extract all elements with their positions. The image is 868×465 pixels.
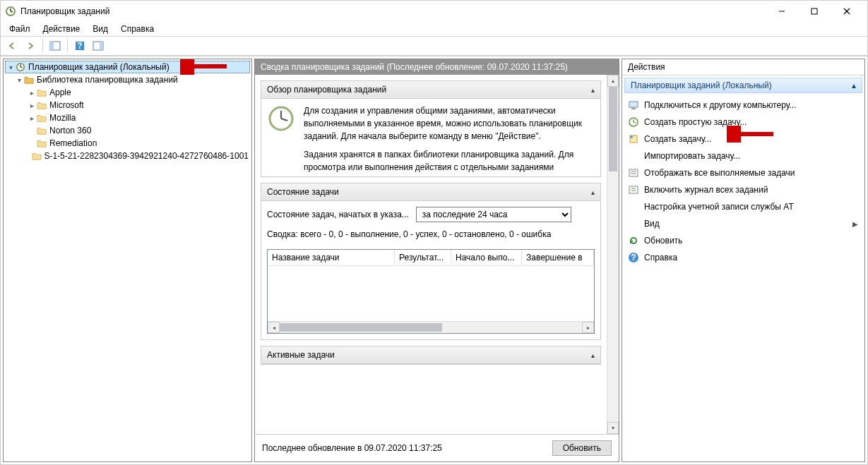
close-button[interactable]	[831, 1, 863, 22]
action-show-running[interactable]: Отображать все выполняемые задачи	[624, 164, 862, 181]
folder-icon	[36, 138, 47, 149]
chevron-up-icon: ▴	[852, 80, 856, 90]
scrollbar-thumb[interactable]	[609, 87, 617, 171]
tree-root[interactable]: ▾ Планировщик заданий (Локальный)	[5, 61, 250, 73]
tree-item[interactable]: Remediation	[5, 137, 250, 150]
expand-icon[interactable]: ▸	[28, 89, 36, 97]
task-table-body	[268, 266, 594, 321]
chevron-up-icon: ▴	[591, 351, 595, 359]
refresh-button[interactable]: Обновить	[552, 440, 612, 456]
svg-rect-30	[629, 186, 638, 193]
actions-pane: Действия Планировщик заданий (Локальный)…	[622, 59, 865, 462]
tree-library-label: Библиотека планировщика заданий	[37, 75, 178, 85]
status-title: Состояние задачи	[267, 187, 339, 197]
action-refresh[interactable]: Обновить	[624, 232, 862, 249]
main-area: ▾ Планировщик заданий (Локальный) ▾ Библ…	[1, 56, 867, 464]
active-tasks-title: Активные задачи	[267, 350, 335, 360]
action-view[interactable]: Вид▶	[624, 215, 862, 232]
tree-item[interactable]: ▸Microsoft	[5, 99, 250, 111]
back-button[interactable]	[4, 37, 20, 54]
overview-p1: Для создания и управления общими задания…	[304, 104, 595, 143]
tree-item[interactable]: Norton 360	[5, 124, 250, 137]
center-footer: Последнее обновление в 09.07.2020 11:37:…	[255, 434, 619, 461]
svg-rect-12	[100, 42, 103, 50]
action-label: Включить журнал всех заданий	[644, 185, 858, 195]
clock-icon	[15, 61, 26, 73]
library-icon	[23, 74, 35, 85]
tree-library[interactable]: ▾ Библиотека планировщика заданий	[5, 73, 250, 86]
tree-item-label: Norton 360	[49, 126, 91, 135]
svg-rect-8	[50, 42, 54, 50]
action-create-basic-task[interactable]: Создать простую задачу...	[624, 114, 862, 131]
action-label: Справка	[644, 253, 858, 262]
minimize-button[interactable]	[766, 1, 798, 22]
col-start[interactable]: Начало выпо...	[451, 250, 522, 265]
expand-icon[interactable]: ▸	[28, 102, 36, 109]
help-button[interactable]: ?	[71, 37, 88, 54]
refresh-icon	[627, 234, 640, 247]
action-import-task[interactable]: Импортировать задачу...	[624, 147, 862, 164]
toolbar-separator	[42, 39, 43, 53]
menu-help[interactable]: Справка	[115, 23, 160, 35]
folder-icon	[32, 150, 42, 162]
scroll-down-icon[interactable]: ▾	[607, 422, 619, 434]
list-icon	[627, 167, 640, 179]
expand-icon[interactable]: ▸	[28, 114, 36, 122]
expand-icon[interactable]: ▾	[6, 64, 15, 71]
scroll-up-icon[interactable]: ▴	[607, 75, 619, 87]
chevron-up-icon: ▴	[591, 188, 595, 196]
action-enable-history[interactable]: Включить журнал всех заданий	[624, 181, 862, 198]
overview-text: Для создания и управления общими задания…	[304, 104, 595, 174]
show-hide-actions-button[interactable]	[90, 37, 107, 54]
forward-button[interactable]	[22, 37, 39, 54]
blank-icon	[627, 217, 640, 230]
toolbar-separator	[67, 39, 68, 53]
action-connect-computer[interactable]: Подключиться к другому компьютеру...	[624, 97, 862, 114]
status-period-select[interactable]: за последние 24 часа	[416, 207, 571, 222]
menu-action[interactable]: Действие	[37, 23, 86, 35]
menu-file[interactable]: Файл	[4, 23, 36, 35]
title-bar: Планировщик заданий	[1, 1, 867, 22]
action-help[interactable]: ?Справка	[624, 249, 862, 266]
svg-text:?: ?	[77, 41, 82, 51]
vertical-scrollbar[interactable]: ▴ ▾	[607, 75, 619, 434]
overview-title: Обзор планировщика заданий	[267, 85, 386, 95]
action-at-account[interactable]: Настройка учетной записи службы AT	[624, 198, 862, 215]
actions-title: Действия	[622, 59, 864, 76]
active-tasks-header[interactable]: Активные задачи ▴	[261, 346, 600, 364]
status-header[interactable]: Состояние задачи ▴	[261, 183, 600, 201]
task-icon	[627, 133, 640, 145]
svg-rect-4	[811, 8, 817, 14]
action-label: Создать задачу...	[644, 134, 858, 144]
tree-item-label: Apple	[49, 87, 71, 97]
tree-item[interactable]: ▸Apple	[5, 86, 250, 99]
tree-item[interactable]: ▸Mozilla	[5, 111, 250, 124]
show-hide-tree-button[interactable]	[47, 37, 64, 54]
actions-group-header[interactable]: Планировщик заданий (Локальный) ▴	[624, 78, 862, 93]
history-icon	[627, 183, 640, 196]
svg-line-15	[20, 67, 23, 68]
status-section: Состояние задачи ▴ Состояние задач, нача…	[261, 183, 601, 340]
folder-icon	[36, 99, 47, 111]
maximize-button[interactable]	[798, 1, 831, 22]
scrollbar-thumb[interactable]	[280, 323, 442, 332]
scroll-left-icon[interactable]: ◂	[268, 322, 280, 333]
svg-line-2	[11, 11, 13, 12]
folder-icon	[36, 87, 47, 98]
clock-large-icon	[267, 104, 297, 131]
overview-header[interactable]: Обзор планировщика заданий ▴	[261, 81, 600, 99]
scroll-right-icon[interactable]: ▸	[582, 322, 594, 333]
folder-icon	[36, 112, 47, 123]
expand-icon[interactable]: ▾	[15, 76, 23, 84]
col-end[interactable]: Завершение в	[522, 250, 594, 265]
svg-point-26	[630, 135, 633, 138]
tree[interactable]: ▾ Планировщик заданий (Локальный) ▾ Библ…	[4, 59, 251, 164]
horizontal-scrollbar[interactable]: ◂ ▸	[268, 321, 594, 333]
col-name[interactable]: Название задачи	[268, 250, 395, 265]
last-update-label: Последнее обновление в 09.07.2020 11:37:…	[262, 443, 442, 453]
col-result[interactable]: Результат...	[395, 250, 451, 265]
tree-item[interactable]: S-1-5-21-2282304369-3942921240-427276048…	[5, 150, 250, 162]
center-body: Обзор планировщика заданий ▴ Для создани…	[255, 75, 607, 434]
menu-view[interactable]: Вид	[87, 23, 114, 35]
action-create-task[interactable]: Создать задачу...	[624, 131, 862, 147]
